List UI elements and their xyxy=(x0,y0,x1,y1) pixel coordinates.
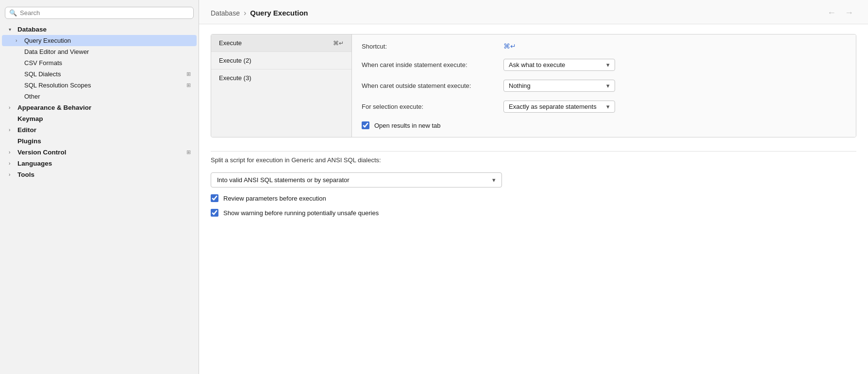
caret-inside-dropdown[interactable]: Ask what to execute ▾ xyxy=(503,59,615,71)
caret-inside-value: Ask what to execute xyxy=(509,61,565,68)
caret-inside-label: When caret inside statement execute: xyxy=(362,61,498,68)
chevron-right-icon: › xyxy=(9,172,16,177)
review-params-row: Review parameters before execution xyxy=(211,194,856,202)
chevron-down-icon: ▾ xyxy=(9,27,16,32)
chevron-right-icon: › xyxy=(16,38,22,43)
execute-tab-label: Execute (2) xyxy=(219,57,251,64)
selection-label: For selection execute: xyxy=(362,103,498,110)
breadcrumb-separator: › xyxy=(244,9,246,17)
sidebar-item-label: Version Control xyxy=(17,149,184,156)
shortcut-label: Shortcut: xyxy=(362,43,498,50)
sidebar-item-version-control[interactable]: › Version Control ⊞ xyxy=(2,147,197,158)
sidebar-item-label: Editor xyxy=(17,126,191,134)
main-body: Execute ⌘↵ Execute (2) Execute (3) Short… xyxy=(199,24,868,374)
sidebar-item-label: Tools xyxy=(17,171,191,178)
chevron-down-icon: ▾ xyxy=(606,61,610,68)
sidebar-item-label: Query Execution xyxy=(24,37,191,44)
back-button[interactable]: ← xyxy=(824,7,839,19)
sidebar-item-keymap[interactable]: Keymap xyxy=(2,113,197,124)
execute-tab-1[interactable]: Execute ⌘↵ xyxy=(211,34,351,52)
breadcrumb-current: Query Execution xyxy=(250,9,308,17)
breadcrumb-parent: Database xyxy=(211,9,240,17)
section-divider xyxy=(211,151,856,152)
sidebar-item-label: Database xyxy=(17,26,191,33)
caret-inside-row: When caret inside statement execute: Ask… xyxy=(362,59,846,71)
chevron-right-icon: › xyxy=(9,127,16,133)
search-input[interactable] xyxy=(20,9,189,17)
sidebar-item-sql-dialects[interactable]: SQL Dialects ⊞ xyxy=(2,68,197,80)
sidebar-item-appearance[interactable]: › Appearance & Behavior xyxy=(2,102,197,113)
nav-arrows: ← → xyxy=(824,7,856,19)
search-bar[interactable]: 🔍 xyxy=(5,7,194,19)
chevron-right-icon: › xyxy=(9,105,16,110)
selection-value: Exactly as separate statements xyxy=(509,103,597,110)
selection-dropdown[interactable]: Exactly as separate statements ▾ xyxy=(503,101,615,113)
split-dropdown[interactable]: Into valid ANSI SQL statements or by sep… xyxy=(211,172,502,187)
chevron-down-icon: ▾ xyxy=(606,82,610,89)
caret-outside-row: When caret outside statement execute: No… xyxy=(362,80,846,92)
execute-tab-label: Execute (3) xyxy=(219,74,251,82)
main-header: Database › Query Execution ← → xyxy=(199,0,868,24)
settings-options: Shortcut: ⌘↵ When caret inside statement… xyxy=(352,34,856,137)
selection-row: For selection execute: Exactly as separa… xyxy=(362,101,846,113)
breadcrumb: Database › Query Execution xyxy=(211,9,308,17)
chevron-down-icon: ▾ xyxy=(492,176,496,184)
chevron-right-icon: › xyxy=(9,161,16,166)
sidebar-item-label: SQL Resolution Scopes xyxy=(24,82,184,89)
show-warning-checkbox[interactable] xyxy=(211,209,218,217)
sidebar-item-sql-resolution[interactable]: SQL Resolution Scopes ⊞ xyxy=(2,80,197,91)
settings-icon: ⊞ xyxy=(186,82,191,88)
execute-tabs: Execute ⌘↵ Execute (2) Execute (3) xyxy=(211,34,352,137)
sidebar-item-data-editor[interactable]: Data Editor and Viewer xyxy=(2,46,197,57)
sidebar-item-label: Plugins xyxy=(17,137,191,145)
settings-icon: ⊞ xyxy=(186,71,191,77)
open-results-label: Open results in new tab xyxy=(374,122,441,129)
execute-tab-3[interactable]: Execute (3) xyxy=(211,69,351,86)
sidebar: 🔍 ▾ Database › Query Execution Data Edit… xyxy=(0,0,199,374)
execute-tab-2[interactable]: Execute (2) xyxy=(211,52,351,69)
search-icon: 🔍 xyxy=(9,9,17,17)
execute-tab-shortcut: ⌘↵ xyxy=(333,40,344,47)
review-params-label: Review parameters before execution xyxy=(223,195,326,202)
settings-icon: ⊞ xyxy=(186,149,191,155)
sidebar-item-label: Languages xyxy=(17,160,191,167)
review-params-checkbox[interactable] xyxy=(211,194,218,202)
sidebar-item-other[interactable]: Other xyxy=(2,91,197,102)
show-warning-row: Show warning before running potentially … xyxy=(211,209,856,217)
sidebar-item-label: SQL Dialects xyxy=(24,70,184,78)
split-section: Split a script for execution in Generic … xyxy=(211,156,856,217)
sidebar-item-editor[interactable]: › Editor xyxy=(2,124,197,136)
open-results-checkbox[interactable] xyxy=(362,121,369,129)
sidebar-item-label: Keymap xyxy=(17,115,191,122)
forward-button[interactable]: → xyxy=(842,7,856,19)
sidebar-item-csv-formats[interactable]: CSV Formats xyxy=(2,57,197,68)
chevron-down-icon: ▾ xyxy=(606,103,610,110)
sidebar-item-database[interactable]: ▾ Database xyxy=(2,24,197,35)
split-label: Split a script for execution in Generic … xyxy=(211,156,856,164)
sidebar-item-label: Other xyxy=(24,93,191,100)
caret-outside-label: When caret outside statement execute: xyxy=(362,82,498,89)
caret-outside-dropdown[interactable]: Nothing ▾ xyxy=(503,80,615,92)
open-results-row: Open results in new tab xyxy=(362,121,846,129)
settings-panel: Execute ⌘↵ Execute (2) Execute (3) Short… xyxy=(211,34,856,137)
sidebar-item-plugins[interactable]: Plugins xyxy=(2,136,197,147)
shortcut-value: ⌘↵ xyxy=(503,42,516,50)
shortcut-row: Shortcut: ⌘↵ xyxy=(362,42,846,50)
caret-outside-value: Nothing xyxy=(509,82,531,89)
split-dropdown-value: Into valid ANSI SQL statements or by sep… xyxy=(217,176,350,184)
show-warning-label: Show warning before running potentially … xyxy=(223,209,379,217)
sidebar-item-tools[interactable]: › Tools xyxy=(2,169,197,180)
sidebar-item-label: Data Editor and Viewer xyxy=(24,48,191,55)
execute-tab-label: Execute xyxy=(219,39,242,47)
main-content: Database › Query Execution ← → Execute ⌘… xyxy=(199,0,868,374)
sidebar-item-query-execution[interactable]: › Query Execution xyxy=(2,35,197,46)
sidebar-item-languages[interactable]: › Languages xyxy=(2,158,197,169)
sidebar-item-label: Appearance & Behavior xyxy=(17,104,191,111)
chevron-right-icon: › xyxy=(9,150,16,155)
sidebar-item-label: CSV Formats xyxy=(24,59,191,67)
